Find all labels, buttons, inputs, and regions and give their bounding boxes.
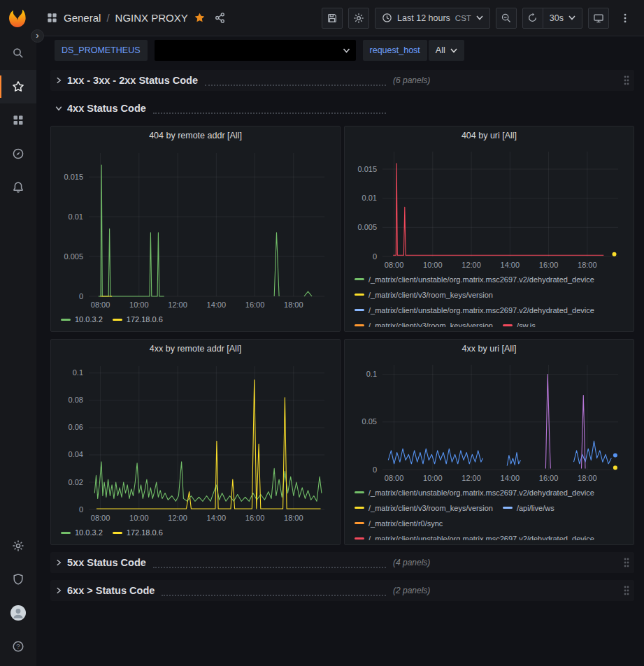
refresh-button[interactable] [522, 8, 543, 29]
sidebar-item-alerting[interactable] [0, 171, 36, 204]
legend-swatch [355, 491, 364, 493]
sidebar-item-dashboards[interactable] [0, 103, 36, 137]
sidebar-bottom-group: ? [0, 529, 36, 663]
datasource-variable-label[interactable]: DS_PROMETHEUS [55, 40, 148, 61]
sidebar-item-explore[interactable] [0, 137, 36, 171]
share-icon[interactable] [214, 12, 226, 24]
legend-item[interactable]: 10.0.3.2 [61, 525, 103, 540]
legend-item[interactable]: /_matrix/client/r0/sync [355, 516, 443, 531]
svg-text:0: 0 [373, 465, 377, 473]
time-series-chart: 00.020.040.060.080.108:0010:0012:0014:00… [58, 359, 334, 523]
datasource-variable-value[interactable] [155, 40, 356, 61]
sidebar-item-profile[interactable] [0, 596, 36, 630]
legend-item[interactable]: /_matrix/client/unstable/org.matrix.msc2… [355, 303, 594, 318]
legend-swatch [355, 537, 364, 540]
chevron-right-icon [55, 76, 63, 85]
row-header-4xx[interactable]: 4xx Status Code [50, 98, 634, 119]
refresh-group: 30s [522, 8, 582, 29]
breadcrumb-section[interactable]: General [64, 12, 101, 24]
svg-text:10:00: 10:00 [423, 474, 443, 482]
cycle-view-mode-button[interactable] [588, 8, 609, 29]
timezone-label: CST [455, 14, 471, 22]
time-range-picker[interactable]: Last 12 hours CST [375, 8, 490, 29]
search-icon [12, 47, 24, 59]
sidebar-item-help[interactable]: ? [0, 630, 36, 663]
legend-item[interactable]: /_matrix/client/unstable/org.matrix.msc2… [355, 531, 594, 540]
sidebar-item-starred[interactable] [0, 70, 36, 103]
variables-bar: DS_PROMETHEUS request_host All [36, 36, 644, 64]
legend-item[interactable]: /sw.js [503, 318, 536, 327]
row-panel-count: (6 panels) [393, 75, 430, 85]
legend-swatch [113, 532, 122, 534]
shield-icon [12, 573, 24, 586]
row-header-5xx[interactable]: 5xx Status Code (4 panels) [50, 552, 634, 573]
row-header-1xx-3xx-2xx[interactable]: 1xx - 3xx - 2xx Status Code (6 panels) [50, 70, 634, 91]
svg-text:18:00: 18:00 [284, 301, 303, 309]
legend-item[interactable]: /_matrix/client/v3/room_keys/version [355, 500, 493, 516]
row-header-6xx[interactable]: 6xx > Status Code (2 panels) [50, 580, 634, 601]
panel-title[interactable]: 4xx by uri [All] [352, 344, 627, 358]
legend-item[interactable]: /_matrix/client/v3/room_keys/version [355, 318, 493, 327]
sidebar-item-configuration[interactable] [0, 529, 36, 563]
row-title: 6xx > Status Code [67, 585, 155, 596]
row-drag-handle[interactable] [623, 585, 630, 596]
legend-item[interactable]: /_matrix/client/v3/room_keys/version [355, 287, 493, 303]
sidebar-collapse-button[interactable]: › [31, 29, 44, 43]
more-options-button[interactable] [615, 8, 636, 29]
main-area: General / NGINX PROXY [36, 0, 644, 666]
panel-title[interactable]: 4xx by remote addr [All] [58, 344, 333, 359]
svg-text:0.02: 0.02 [69, 478, 83, 486]
sidebar-item-server-admin[interactable] [0, 563, 36, 596]
svg-text:18:00: 18:00 [578, 474, 597, 482]
save-dashboard-button[interactable] [322, 8, 343, 29]
clock-icon [382, 13, 392, 23]
svg-text:08:00: 08:00 [91, 514, 110, 522]
legend-item[interactable]: 172.18.0.6 [113, 525, 163, 540]
dashboard-title[interactable]: NGINX PROXY [115, 12, 188, 24]
legend-swatch [503, 507, 513, 509]
compass-icon [12, 147, 24, 160]
request-host-value-dropdown[interactable]: All [429, 40, 464, 61]
monitor-icon [593, 13, 604, 24]
refresh-interval-dropdown[interactable]: 30s [543, 8, 582, 29]
sidebar-item-search[interactable] [0, 36, 36, 70]
svg-text:12:00: 12:00 [461, 261, 481, 269]
row-drag-handle[interactable] [623, 75, 630, 86]
row-drag-handle[interactable] [623, 557, 630, 568]
refresh-interval-value: 30s [550, 13, 564, 23]
legend-item[interactable]: /_matrix/client/unstable/org.matrix.msc2… [355, 272, 594, 287]
gear-icon [353, 13, 364, 24]
legend-swatch [113, 319, 122, 321]
row-panel-count: (2 panels) [393, 586, 430, 595]
legend-label: /_matrix/client/unstable/org.matrix.msc2… [368, 535, 594, 540]
panel-4xx-by-remote-addr: 4xx by remote addr [All] 00.020.040.060.… [50, 339, 341, 545]
svg-text:16:00: 16:00 [539, 261, 559, 269]
panel-legend: /_matrix/client/unstable/org.matrix.msc2… [352, 484, 627, 540]
request-host-label[interactable]: request_host [363, 40, 427, 61]
legend-swatch [355, 294, 364, 296]
favorite-star-icon[interactable] [194, 12, 206, 24]
panel-legend: 10.0.3.2172.18.0.6 [58, 523, 333, 540]
legend-item[interactable]: 10.0.3.2 [61, 312, 103, 327]
svg-text:0.015: 0.015 [64, 173, 83, 181]
dashboard-settings-button[interactable] [348, 8, 369, 29]
legend-label: /_matrix/client/v3/room_keys/version [368, 321, 493, 327]
svg-text:0.005: 0.005 [64, 252, 83, 261]
legend-swatch [355, 507, 364, 509]
legend-swatch [355, 522, 364, 524]
svg-text:0.06: 0.06 [69, 423, 83, 431]
request-host-value: All [436, 45, 445, 55]
zoom-out-time-button[interactable] [496, 8, 517, 29]
legend-item[interactable]: 172.18.0.6 [113, 312, 163, 327]
legend-item[interactable]: /api/live/ws [503, 500, 554, 516]
panel-title[interactable]: 404 by uri [All] [352, 131, 627, 145]
legend-swatch [355, 324, 364, 326]
svg-text:16:00: 16:00 [539, 474, 559, 482]
svg-text:0.01: 0.01 [362, 194, 377, 202]
svg-text:14:00: 14:00 [207, 301, 227, 309]
grafana-flame-icon [8, 8, 29, 29]
legend-item[interactable]: /_matrix/client/unstable/org.matrix.msc2… [355, 485, 594, 500]
svg-text:12:00: 12:00 [168, 514, 187, 522]
panel-title[interactable]: 404 by remote addr [All] [58, 131, 333, 146]
grafana-logo[interactable] [0, 0, 36, 36]
